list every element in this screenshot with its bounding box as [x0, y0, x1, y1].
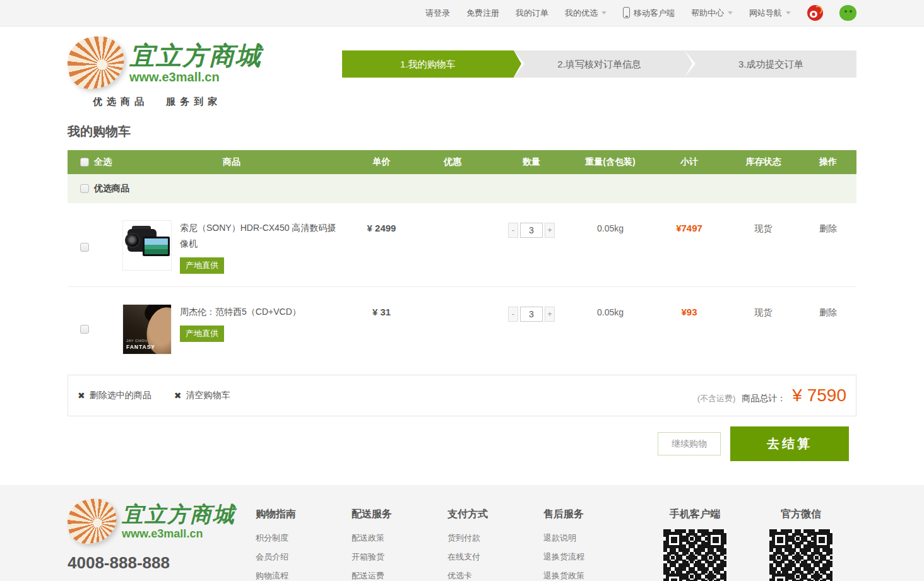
column-stock: 库存状态: [727, 156, 800, 168]
item-checkbox[interactable]: [80, 325, 89, 334]
product-title[interactable]: 索尼（SONY）HDR-CX450 高清数码摄像机: [180, 220, 343, 252]
checkout-steps: 1.我的购物车 2.填写核对订单信息 3.成功提交订单: [342, 50, 856, 78]
login-link[interactable]: 请登录: [425, 8, 450, 19]
quantity-input[interactable]: [520, 307, 543, 322]
total-label: 商品总计：: [742, 393, 786, 404]
column-price: 单价: [352, 156, 412, 168]
product-title[interactable]: 周杰伦：范特西5（CD+VCD）: [180, 304, 343, 320]
quantity-decrease-button[interactable]: -: [508, 223, 518, 238]
footer-column-after-sales: 售后服务 退款说明 退换货流程 退换货政策 隐私条款: [543, 499, 639, 581]
column-subtotal: 小计: [651, 156, 727, 168]
item-subtotal: ¥7497: [676, 223, 702, 233]
cart-item-row: 索尼（SONY）HDR-CX450 高清数码摄像机 产地直供 ¥ 2499 - …: [68, 203, 856, 286]
footer-link[interactable]: 在线支付: [447, 548, 543, 566]
quantity-stepper: - +: [508, 307, 555, 322]
origin-badge: 产地直供: [180, 257, 224, 274]
footer-link[interactable]: 退换货流程: [543, 548, 639, 566]
footer-link[interactable]: 退款说明: [543, 529, 639, 548]
origin-badge: 产地直供: [180, 326, 224, 342]
my-orders-link[interactable]: 我的订单: [516, 8, 548, 19]
delete-item-link[interactable]: 删除: [819, 307, 837, 317]
site-logo[interactable]: 宜立方商城 www.e3mall.cn 优选商品服务到家: [68, 37, 262, 108]
site-nav-menu[interactable]: 网站导航: [749, 8, 791, 19]
footer-link[interactable]: 配送运费: [352, 566, 447, 581]
footer-link[interactable]: 优选卡: [447, 566, 543, 581]
chevron-down-icon: [601, 11, 607, 15]
footer-link[interactable]: 配送政策: [352, 529, 447, 548]
quantity-input[interactable]: [520, 223, 543, 238]
stock-status: 现货: [755, 307, 773, 317]
help-center-menu[interactable]: 帮助中心: [691, 8, 733, 19]
mobile-client-link[interactable]: 移动客户端: [623, 7, 675, 19]
select-all-checkbox[interactable]: [80, 158, 89, 167]
footer-link[interactable]: 购物流程: [256, 566, 352, 581]
footer: 宜立方商城 www.e3mall.cn 4008-888-888 周一至周日8:…: [0, 485, 924, 581]
column-action: 操作: [800, 156, 856, 168]
page-title: 我的购物车: [68, 123, 856, 140]
mobile-client-label: 移动客户端: [634, 8, 675, 18]
site-nav-label: 网站导航: [749, 8, 782, 18]
footer-link[interactable]: 积分制度: [256, 529, 352, 548]
cart-item-row: JAY CHOU FANTASY 周杰伦：范特西5（CD+VCD） 产地直供 ¥…: [68, 286, 856, 367]
group-label: 优选商品: [94, 183, 129, 194]
column-product: 商品: [112, 156, 352, 168]
quantity-increase-button[interactable]: +: [545, 307, 555, 322]
footer-link[interactable]: 开箱验货: [352, 548, 447, 566]
column-discount: 优惠: [412, 156, 494, 168]
freight-note: (不含运费): [697, 393, 736, 404]
product-image-album[interactable]: JAY CHOU FANTASY: [122, 304, 172, 355]
footer-link[interactable]: 会员介绍: [256, 548, 352, 566]
cart-table-header: 全选 商品 单价 优惠 数量 重量(含包装) 小计 库存状态 操作: [68, 150, 856, 174]
header: 宜立方商城 www.e3mall.cn 优选商品服务到家 1.我的购物车 2.填…: [0, 26, 924, 115]
delete-item-link[interactable]: 删除: [819, 223, 837, 233]
footer-qr-app: 手机客户端: [644, 499, 745, 581]
quantity-increase-button[interactable]: +: [545, 223, 555, 238]
register-link[interactable]: 免费注册: [466, 8, 499, 19]
logo-shell-icon: [65, 496, 120, 546]
unit-price: ¥ 31: [372, 307, 391, 317]
item-checkbox[interactable]: [80, 243, 89, 252]
footer-logo-url: www.e3mall.cn: [122, 528, 235, 539]
step-order-submitted: 3.成功提交订单: [685, 50, 856, 78]
quantity-stepper: - +: [508, 223, 555, 238]
my-picks-menu[interactable]: 我的优选: [565, 8, 607, 19]
total-value: ¥ 7590: [792, 385, 846, 406]
footer-logo[interactable]: 宜立方商城 www.e3mall.cn: [68, 499, 256, 543]
continue-shopping-button[interactable]: 继续购物: [658, 432, 721, 455]
discount-cell: [412, 220, 494, 223]
mobile-phone-icon: [623, 7, 630, 18]
wechat-icon[interactable]: [839, 5, 856, 21]
clear-cart-link[interactable]: 清空购物车: [174, 390, 230, 401]
remove-icon: [78, 390, 85, 401]
footer-qr-wechat: 官方微信: [750, 499, 851, 581]
chevron-down-icon: [786, 11, 791, 15]
discount-cell: [412, 304, 494, 307]
my-picks-label: 我的优选: [565, 8, 598, 18]
qr-code-wechat: [769, 529, 832, 581]
logo-tagline: 优选商品服务到家: [93, 96, 262, 108]
column-quantity: 数量: [494, 156, 569, 168]
logo-url: www.e3mall.cn: [129, 71, 262, 83]
unit-price: ¥ 2499: [367, 223, 396, 233]
cart-group-row: 优选商品: [68, 174, 856, 203]
footer-column-shopping-guide: 购物指南 积分制度 会员介绍 购物流程 常见问题: [256, 499, 352, 581]
product-image-camcorder[interactable]: [122, 220, 172, 271]
footer-logo-title: 宜立方商城: [122, 503, 235, 526]
item-weight: 0.05kg: [597, 223, 624, 233]
group-checkbox[interactable]: [80, 184, 89, 193]
clear-icon: [174, 390, 182, 401]
step-my-cart: 1.我的购物车: [342, 50, 514, 78]
item-subtotal: ¥93: [681, 307, 697, 317]
weibo-icon[interactable]: [807, 5, 823, 21]
footer-link[interactable]: 货到付款: [447, 529, 543, 548]
quantity-decrease-button[interactable]: -: [508, 307, 518, 322]
delete-selected-link[interactable]: 删除选中的商品: [78, 390, 151, 401]
cart-actions: 继续购物 去结算: [68, 426, 856, 461]
stock-status: 现货: [755, 223, 773, 233]
chevron-down-icon: [728, 11, 733, 15]
checkout-button[interactable]: 去结算: [730, 426, 849, 461]
footer-link[interactable]: 退换货政策: [543, 566, 639, 581]
cart-summary-bar: 删除选中的商品 清空购物车 (不含运费) 商品总计： ¥ 7590: [68, 375, 856, 416]
top-nav: 请登录 免费注册 我的订单 我的优选 移动客户端 帮助中心 网站导航: [0, 0, 924, 26]
logo-shell-icon: [64, 33, 128, 92]
